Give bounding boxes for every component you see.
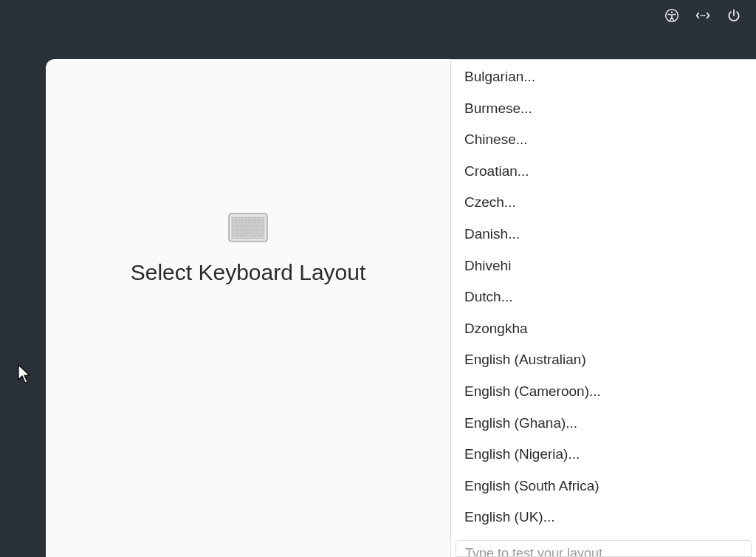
mouse-cursor-icon xyxy=(18,364,32,385)
svg-point-4 xyxy=(704,15,705,16)
svg-point-1 xyxy=(671,12,673,14)
layout-item[interactable]: Chinese... xyxy=(451,124,756,156)
topbar xyxy=(664,0,756,27)
layout-item[interactable]: Dutch... xyxy=(451,281,756,313)
keyboard-layout-list[interactable]: Bulgarian...Burmese...Chinese...Croatian… xyxy=(451,60,756,533)
layout-item[interactable]: Czech... xyxy=(451,187,756,219)
svg-point-2 xyxy=(700,15,701,16)
svg-rect-15 xyxy=(238,222,241,225)
power-icon[interactable] xyxy=(726,8,741,23)
svg-rect-32 xyxy=(258,230,264,234)
layout-item[interactable]: English (Australian) xyxy=(451,344,756,376)
layout-item[interactable]: Croatian... xyxy=(451,156,756,188)
svg-rect-12 xyxy=(254,217,258,221)
accessibility-icon[interactable] xyxy=(664,8,679,23)
svg-rect-28 xyxy=(240,230,244,234)
test-layout-input[interactable]: Type to test your layout xyxy=(456,540,752,557)
keymap-switch-icon[interactable] xyxy=(695,8,710,23)
svg-rect-14 xyxy=(232,222,237,225)
svg-rect-7 xyxy=(232,217,236,221)
svg-rect-29 xyxy=(244,230,248,234)
svg-rect-26 xyxy=(256,226,264,230)
keyboard-icon xyxy=(228,213,268,242)
svg-rect-35 xyxy=(242,235,254,239)
svg-rect-30 xyxy=(249,230,252,234)
svg-point-3 xyxy=(702,15,704,16)
svg-rect-20 xyxy=(260,222,264,225)
layout-item[interactable]: Burmese... xyxy=(451,93,756,125)
svg-rect-10 xyxy=(245,217,249,221)
right-pane: Bulgarian...Burmese...Chinese...Croatian… xyxy=(450,59,756,557)
layout-item[interactable]: English (UK)... xyxy=(451,502,756,533)
svg-rect-25 xyxy=(252,226,255,230)
left-pane: Select Keyboard Layout xyxy=(46,59,450,557)
svg-rect-24 xyxy=(247,226,251,230)
layout-item[interactable]: English (Nigeria)... xyxy=(451,439,756,471)
page-title: Select Keyboard Layout xyxy=(131,260,366,285)
svg-rect-17 xyxy=(247,222,250,225)
layout-item[interactable]: English (Cameroon)... xyxy=(451,376,756,408)
layout-item[interactable]: Danish... xyxy=(451,219,756,250)
svg-rect-18 xyxy=(251,222,255,225)
layout-item[interactable]: English (South Africa) xyxy=(451,471,756,502)
svg-rect-13 xyxy=(258,217,264,221)
svg-rect-21 xyxy=(232,226,238,230)
layout-item[interactable]: Dhivehi xyxy=(451,250,756,282)
svg-rect-23 xyxy=(243,226,247,230)
svg-rect-19 xyxy=(255,222,259,225)
svg-rect-36 xyxy=(255,235,259,239)
svg-rect-16 xyxy=(242,222,246,225)
svg-rect-9 xyxy=(241,217,244,221)
setup-window: Select Keyboard Layout Bulgarian...Burme… xyxy=(46,59,756,557)
svg-rect-33 xyxy=(232,235,236,239)
svg-rect-31 xyxy=(253,230,257,234)
svg-rect-34 xyxy=(237,235,241,239)
layout-item[interactable]: Dzongkha xyxy=(451,313,756,345)
svg-rect-22 xyxy=(238,226,242,230)
svg-rect-11 xyxy=(250,217,253,221)
svg-rect-27 xyxy=(232,230,239,234)
svg-rect-8 xyxy=(236,217,240,221)
layout-item[interactable]: English (Ghana)... xyxy=(451,408,756,440)
layout-item[interactable]: Bulgarian... xyxy=(451,61,756,93)
svg-rect-37 xyxy=(260,235,264,239)
